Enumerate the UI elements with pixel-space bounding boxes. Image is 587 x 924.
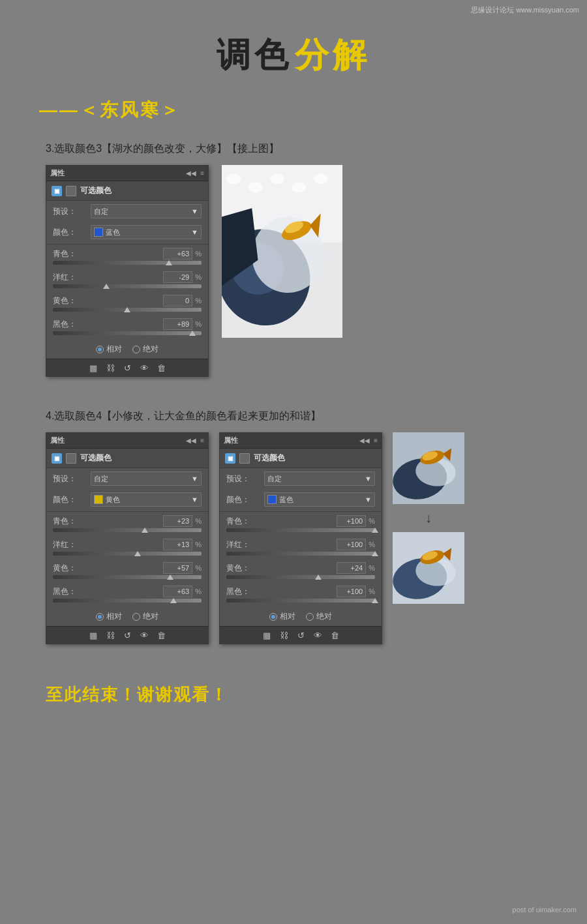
select-arrow4l2: ▼	[191, 496, 198, 503]
collapse-icon[interactable]: ◀◀	[186, 170, 196, 177]
radio4l-absolute[interactable]: 绝对	[132, 611, 158, 622]
menu-icon4l[interactable]: ≡	[200, 437, 204, 444]
cyan-slider[interactable]	[53, 261, 202, 265]
tool4l-eye[interactable]: 👁	[139, 630, 149, 640]
radio4r-relative-circle	[269, 613, 277, 621]
radio4r-row: 相对 绝对	[220, 607, 382, 626]
ps-layer-icon4r	[239, 453, 250, 464]
tool4r-eye[interactable]: 👁	[312, 630, 323, 640]
radio-absolute-label: 绝对	[143, 344, 158, 355]
magenta-label: 洋红：	[53, 272, 76, 283]
black4l-thumb	[170, 598, 177, 603]
black4r-slider[interactable]	[226, 599, 375, 603]
tool4r-mask[interactable]: ▦	[262, 630, 272, 640]
section4-wrapper: 属性 ◀◀ ≡ ▣ 可选颜色 预设： 自定 ▼ 颜色：	[0, 432, 587, 644]
title-part1: 调色	[217, 36, 292, 74]
color4l-label: 颜色：	[53, 494, 85, 505]
tool4l-chain[interactable]: ⛓	[105, 630, 115, 640]
color-label: 颜色：	[53, 227, 85, 238]
magenta4l-thumb	[134, 551, 141, 556]
cyan4l-slider[interactable]	[53, 528, 202, 532]
tool4r-chain[interactable]: ⛓	[278, 630, 289, 640]
tool-eye-icon[interactable]: 👁	[139, 363, 149, 373]
menu-icon4r[interactable]: ≡	[374, 437, 378, 444]
subtitle-text: ——＜东风寒＞	[39, 100, 181, 120]
radio-relative[interactable]: 相对	[96, 344, 122, 355]
panel-header-title: 属性	[50, 168, 65, 178]
collapse-icon4l[interactable]: ◀◀	[186, 437, 196, 444]
radio-absolute-circle	[132, 346, 140, 353]
section3-desc: 3.选取颜色3【湖水的颜色改变，大修】【接上图】	[0, 136, 587, 165]
black4r-value[interactable]: +100	[337, 586, 366, 597]
color4l-select[interactable]: 黄色 ▼	[91, 492, 202, 507]
black4l-value[interactable]: +63	[163, 586, 192, 597]
collapse-icon4r[interactable]: ◀◀	[359, 437, 370, 444]
preset4r-select[interactable]: 自定 ▼	[264, 471, 375, 486]
tool4r-trash[interactable]: 🗑	[329, 630, 340, 640]
magenta-percent: %	[195, 273, 202, 281]
tool4l-mask[interactable]: ▦	[88, 630, 98, 640]
tool4l-trash[interactable]: 🗑	[156, 630, 166, 640]
black4l-slider[interactable]	[53, 599, 202, 603]
color-swatch-blue4r	[267, 495, 277, 504]
tool4r-undo[interactable]: ↺	[295, 630, 306, 640]
black-slider[interactable]	[53, 331, 202, 335]
panel4l-title: 可选颜色	[80, 453, 112, 464]
color4r-select[interactable]: 蓝色 ▼	[264, 492, 375, 507]
yellow-slider[interactable]	[53, 308, 202, 312]
select-arrow4l: ▼	[191, 475, 198, 483]
magenta4r-slider[interactable]	[226, 552, 375, 556]
color-select[interactable]: 蓝色 ▼	[91, 225, 202, 239]
yellow4l-value[interactable]: +57	[163, 562, 192, 574]
cyan4r-value[interactable]: +100	[337, 515, 366, 527]
preset4r-value: 自定	[267, 474, 282, 484]
section4-desc: 4.选取颜色4【小修改，让大金鱼的颜色看起来更加的和谐】	[0, 403, 587, 432]
tool-undo-icon[interactable]: ↺	[122, 363, 132, 373]
preset4l-select[interactable]: 自定 ▼	[91, 471, 202, 486]
cyan-thumb	[166, 260, 172, 265]
radio4r-relative[interactable]: 相对	[269, 611, 295, 622]
panel4l-header-controls: ◀◀ ≡	[186, 437, 204, 444]
magenta4l-slider[interactable]	[53, 552, 202, 556]
menu-icon[interactable]: ≡	[200, 170, 204, 177]
yellow4l-slider[interactable]	[53, 575, 202, 579]
black-value[interactable]: +89	[163, 318, 192, 330]
magenta4l-label: 洋红：	[53, 539, 76, 550]
ps-panel4-left-header: 属性 ◀◀ ≡	[46, 433, 208, 449]
panel-title: 可选颜色	[80, 185, 112, 196]
radio4l-absolute-circle	[132, 613, 140, 621]
cyan4r-slider[interactable]	[226, 528, 375, 532]
color4r-value: 蓝色	[279, 495, 294, 505]
tool-trash-icon[interactable]: 🗑	[156, 363, 166, 373]
radio-relative-label: 相对	[106, 344, 122, 355]
tool4l-undo[interactable]: ↺	[122, 630, 132, 640]
yellow-thumb	[124, 307, 130, 312]
tool-chain-icon[interactable]: ⛓	[105, 363, 115, 373]
section4-images: ↓	[393, 432, 464, 604]
preset-select[interactable]: 自定 ▼	[91, 204, 202, 218]
cyan4r-thumb	[372, 528, 378, 533]
radio-absolute[interactable]: 绝对	[132, 344, 158, 355]
cyan4l-value[interactable]: +23	[163, 515, 192, 527]
yellow-value[interactable]: 0	[163, 295, 192, 306]
magenta4r-row: 洋红： +100 %	[220, 537, 382, 560]
title-part2: 分解	[295, 36, 370, 74]
select-arrow4r: ▼	[365, 475, 372, 483]
panel4r-header-controls: ◀◀ ≡	[359, 437, 378, 444]
cyan-row: 青色： +63 %	[46, 246, 208, 269]
yellow4r-slider[interactable]	[226, 575, 375, 579]
magenta-slider[interactable]	[53, 284, 202, 288]
magenta-value[interactable]: -29	[163, 271, 192, 283]
yellow4l-thumb	[167, 574, 173, 580]
radio4l-relative[interactable]: 相对	[96, 611, 122, 622]
radio4l-relative-circle	[96, 613, 104, 621]
cyan-value[interactable]: +63	[163, 248, 192, 260]
ending-text: 至此结束！谢谢观看！	[46, 685, 228, 704]
cyan4r-label: 青色：	[226, 516, 250, 527]
magenta4r-value[interactable]: +100	[337, 539, 366, 550]
radio4r-absolute[interactable]: 绝对	[306, 611, 332, 622]
yellow4r-value[interactable]: +24	[337, 562, 366, 574]
magenta4l-value[interactable]: +13	[163, 539, 192, 550]
tool-mask-icon[interactable]: ▦	[88, 363, 98, 373]
black4r-row: 黑色： +100 %	[220, 584, 382, 607]
